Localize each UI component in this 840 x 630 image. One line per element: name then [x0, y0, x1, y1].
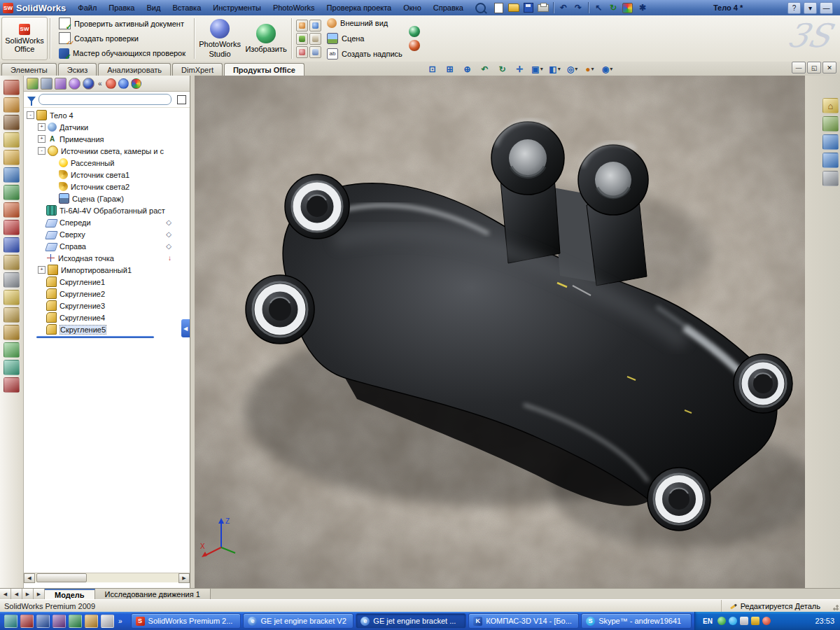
tree-item-fillet1[interactable]: Скругление1	[24, 276, 190, 288]
print-button[interactable]	[536, 1, 550, 15]
tab-scroll-left-icon[interactable]: ◀	[11, 589, 22, 600]
color-button[interactable]	[621, 1, 635, 15]
help-button[interactable]: ?	[788, 2, 801, 14]
minimize-toolbar-button[interactable]: —	[820, 2, 833, 14]
left-tool-16-icon[interactable]	[4, 342, 20, 358]
quick-launch-1-icon[interactable]	[4, 615, 18, 628]
menu-edit[interactable]: Правка	[103, 2, 140, 13]
new-document-button[interactable]	[492, 1, 506, 15]
rollback-bar[interactable]	[36, 336, 154, 338]
tree-item-sensors[interactable]: + Датчики	[24, 121, 190, 133]
tab-motion-study[interactable]: Исследование движения 1	[95, 589, 211, 600]
home-icon[interactable]: ⌂	[822, 98, 839, 113]
alert-tray-icon[interactable]	[762, 617, 771, 625]
menu-photoworks[interactable]: PhotoWorks	[267, 2, 321, 13]
rebuild-button[interactable]: ↻	[606, 1, 620, 15]
expand-icon[interactable]: +	[38, 123, 46, 131]
filter-blue-icon[interactable]	[118, 78, 129, 89]
hide-show-items-button[interactable]: ◎	[564, 62, 580, 76]
tree-item-front-plane[interactable]: Спереди ◇	[24, 216, 190, 228]
tree-item-ambient-light[interactable]: Рассеянный	[24, 157, 190, 169]
zoom-preset-icon[interactable]	[822, 134, 839, 150]
scene-button[interactable]: Сцена	[323, 31, 406, 46]
search-icon[interactable]	[475, 3, 486, 13]
render-option-icon[interactable]	[296, 46, 308, 58]
render-option-icon[interactable]	[309, 20, 321, 31]
tree-item-light1[interactable]: Источник света1	[24, 169, 190, 181]
learn-checks-wizard-button[interactable]: Мастер обучающихся проверок	[55, 47, 189, 60]
create-checks-button[interactable]: Создать проверки	[55, 31, 189, 45]
tree-item-fillet2[interactable]: Скругление2	[24, 288, 190, 300]
panel-collapse-button[interactable]: ◀	[181, 319, 190, 337]
render-region-icon[interactable]	[409, 26, 420, 37]
tab-scroll-last-icon[interactable]: ▶	[34, 589, 45, 600]
left-tool-15-icon[interactable]	[4, 325, 20, 340]
tree-item-top-plane[interactable]: Сверху ◇	[24, 228, 190, 240]
configurationmanager-tab-icon[interactable]	[55, 78, 66, 90]
tree-item-lights-folder[interactable]: - Источники света, камеры и с	[24, 145, 190, 157]
check-active-document-button[interactable]: Проверить активный документ	[55, 17, 189, 30]
previous-view-button[interactable]: ↶	[477, 62, 493, 76]
quick-launch-7-icon[interactable]	[101, 615, 114, 628]
toolbar-options-button[interactable]: ▾	[804, 2, 817, 14]
select-button[interactable]: ↖	[592, 1, 606, 15]
left-tool-6-icon[interactable]	[4, 167, 20, 183]
close-button[interactable]: ✕	[822, 62, 836, 74]
tab-office-products[interactable]: Продукты Office	[224, 63, 304, 76]
left-tool-1-icon[interactable]	[4, 80, 20, 95]
featuremanager-tab-icon[interactable]	[27, 78, 38, 90]
left-tool-10-icon[interactable]	[4, 237, 20, 253]
tree-item-fillet3[interactable]: Скругление3	[24, 300, 190, 312]
resize-grip[interactable]	[829, 600, 840, 612]
menu-view[interactable]: Вид	[141, 2, 167, 13]
tree-filter-input[interactable]	[38, 94, 172, 105]
quick-launch-4-icon[interactable]	[52, 615, 66, 628]
photoworks-preview-icon[interactable]	[822, 153, 839, 168]
tab-scroll-right-icon[interactable]: ▶	[22, 589, 34, 600]
tree-item-origin[interactable]: Исходная точка ↓	[24, 252, 190, 264]
edit-appearance-button[interactable]: ●	[582, 62, 598, 76]
tree-item-annotations[interactable]: + Примечания	[24, 133, 190, 145]
left-tool-12-icon[interactable]	[4, 272, 20, 288]
menu-window[interactable]: Окно	[398, 2, 427, 13]
antivirus-tray-icon[interactable]	[718, 617, 726, 625]
redo-button[interactable]: ↷	[571, 1, 585, 15]
view-orientation-button[interactable]: ▣	[529, 62, 545, 76]
rotate-view-button[interactable]: ↻	[494, 62, 510, 76]
options-button[interactable]: ✱	[636, 1, 650, 15]
create-caption-button[interactable]: Создать надпись	[323, 47, 406, 61]
tree-item-material[interactable]: Ti-6Al-4V Обработанный раст	[24, 204, 190, 216]
display-pane-checkbox[interactable]	[177, 95, 186, 104]
update-tray-icon[interactable]	[751, 617, 760, 625]
quick-launch-5-icon[interactable]	[69, 615, 82, 628]
left-tool-8-icon[interactable]	[4, 202, 20, 218]
open-button[interactable]	[507, 1, 521, 15]
render-option-icon[interactable]	[296, 20, 308, 31]
left-tool-11-icon[interactable]	[4, 255, 20, 270]
tab-model[interactable]: Модель	[45, 589, 95, 600]
tab-evaluate[interactable]: Анализировать	[98, 63, 171, 76]
quick-launch-6-icon[interactable]	[85, 615, 98, 628]
task-browser-2[interactable]: e GE jet engine bracket ...	[356, 613, 466, 629]
scene-gallery-icon[interactable]	[822, 116, 839, 132]
pan-button[interactable]: ✛	[512, 62, 528, 76]
menu-insert[interactable]: Вставка	[167, 2, 206, 13]
left-tool-7-icon[interactable]	[4, 185, 20, 200]
left-tool-5-icon[interactable]	[4, 150, 20, 165]
scroll-right-icon[interactable]: ▶	[178, 573, 190, 583]
left-tool-18-icon[interactable]	[4, 377, 20, 393]
minimize-button[interactable]: —	[792, 62, 806, 74]
photoworks-studio-button[interactable]: PhotoWorks Studio	[197, 15, 243, 62]
zoom-area-button[interactable]: ⊞	[442, 62, 458, 76]
undo-button[interactable]: ↶	[556, 1, 570, 15]
graphics-area[interactable]: Z X	[195, 76, 805, 588]
menu-design-check[interactable]: Проверка проекта	[321, 2, 398, 13]
displaymanager-tab-icon[interactable]	[83, 78, 94, 90]
apply-scene-button[interactable]: ◉	[599, 62, 615, 76]
zoom-in-out-button[interactable]: ⊕	[459, 62, 475, 76]
left-tool-3-icon[interactable]	[4, 115, 20, 130]
quick-launch-2-icon[interactable]	[20, 615, 34, 628]
menu-help[interactable]: Справка	[428, 2, 469, 13]
tree-item-root[interactable]: - Тело 4	[24, 109, 190, 121]
task-kompas[interactable]: K КОМПАС-3D V14 - [Бо...	[468, 613, 579, 629]
